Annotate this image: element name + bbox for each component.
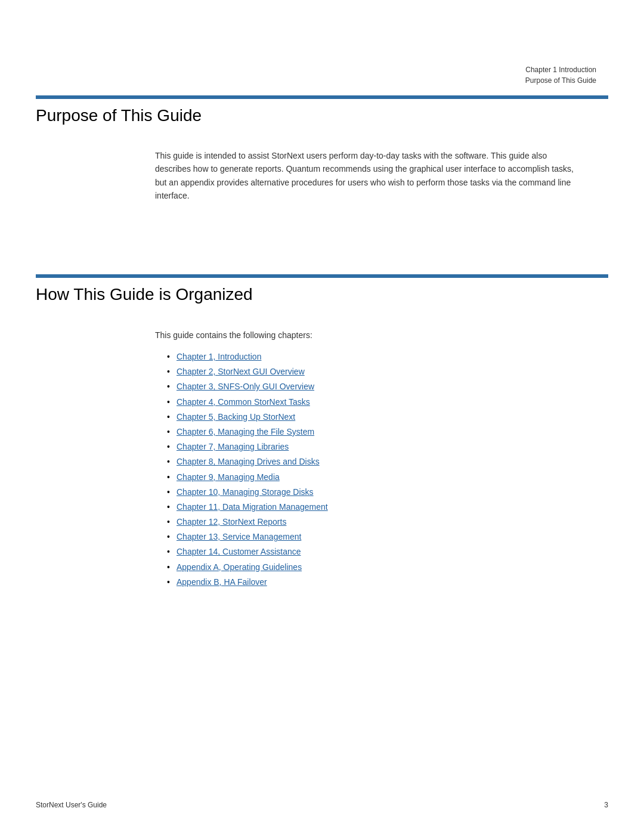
list-item: Chapter 9, Managing Media [167,470,584,485]
chapter-link[interactable]: Chapter 14, Customer Assistance [177,547,301,556]
chapter-link[interactable]: Chapter 7, Managing Libraries [177,442,289,451]
chapter-link[interactable]: Chapter 4, Common StorNext Tasks [177,397,310,407]
list-item: Chapter 11, Data Migration Management [167,500,584,515]
list-item: Appendix A, Operating Guidelines [167,560,584,575]
list-item: Chapter 7, Managing Libraries [167,439,584,454]
chapter-link[interactable]: Chapter 11, Data Migration Management [177,502,328,512]
list-item: Appendix B, HA Failover [167,575,584,590]
list-item: Chapter 5, Backing Up StorNext [167,410,584,425]
chapter-link[interactable]: Chapter 1, Introduction [177,352,261,361]
list-item: Chapter 6, Managing the File System [167,425,584,439]
chapter-link[interactable]: Chapter 13, Service Management [177,532,301,541]
list-item: Chapter 1, Introduction [167,349,584,364]
list-item: Chapter 4, Common StorNext Tasks [167,395,584,410]
chapter-link[interactable]: Chapter 3, SNFS-Only GUI Overview [177,382,314,391]
list-item: Chapter 10, Managing Storage Disks [167,485,584,500]
footer: StorNext User's Guide 3 [36,801,608,809]
breadcrumb: Chapter 1 Introduction Purpose of This G… [525,64,596,86]
chapter-link[interactable]: Appendix B, HA Failover [177,577,267,587]
page-container: Chapter 1 Introduction Purpose of This G… [0,0,644,833]
organized-title: How This Guide is Organized [36,278,608,316]
list-item: Chapter 3, SNFS-Only GUI Overview [167,379,584,394]
chapter-link[interactable]: Chapter 5, Backing Up StorNext [177,412,295,422]
purpose-section: Purpose of This Guide This guide is inte… [36,95,608,203]
footer-left: StorNext User's Guide [36,801,107,809]
list-item: Chapter 8, Managing Drives and Disks [167,454,584,469]
chapter-link[interactable]: Chapter 8, Managing Drives and Disks [177,457,320,466]
organized-section: How This Guide is Organized This guide c… [36,274,608,590]
breadcrumb-line1: Chapter 1 Introduction [525,64,596,75]
chapter-link[interactable]: Chapter 9, Managing Media [177,472,280,482]
purpose-title: Purpose of This Guide [36,99,608,137]
chapter-link[interactable]: Chapter 2, StorNext GUI Overview [177,367,305,376]
chapter-link[interactable]: Appendix A, Operating Guidelines [177,562,302,572]
breadcrumb-line2: Purpose of This Guide [525,75,596,86]
chapter-link[interactable]: Chapter 10, Managing Storage Disks [177,487,314,497]
list-item: Chapter 13, Service Management [167,529,584,544]
chapter-list: Chapter 1, IntroductionChapter 2, StorNe… [167,349,584,590]
organized-intro: This guide contains the following chapte… [155,330,584,340]
list-item: Chapter 2, StorNext GUI Overview [167,364,584,379]
list-item: Chapter 14, Customer Assistance [167,544,584,559]
purpose-body-text: This guide is intended to assist StorNex… [155,149,584,203]
chapter-link[interactable]: Chapter 6, Managing the File System [177,427,314,436]
chapter-link[interactable]: Chapter 12, StorNext Reports [177,517,286,527]
list-item: Chapter 12, StorNext Reports [167,515,584,529]
footer-page-number: 3 [604,801,608,809]
